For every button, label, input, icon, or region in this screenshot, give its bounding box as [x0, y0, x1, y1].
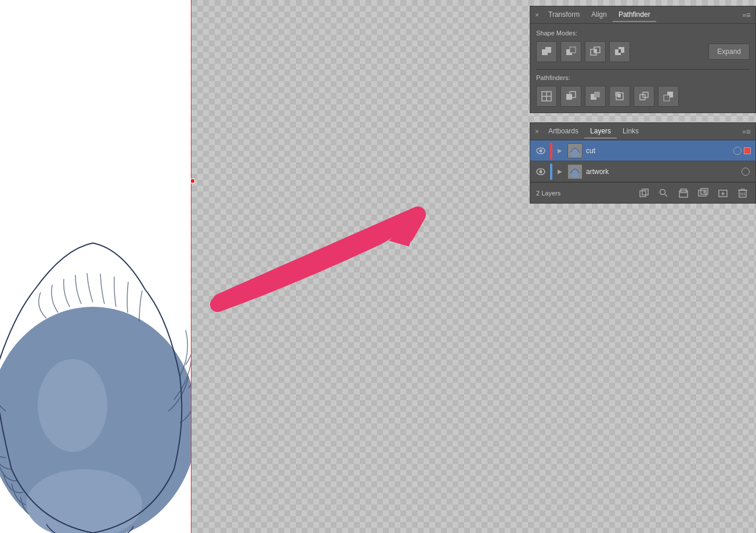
svg-rect-7 [570, 47, 576, 53]
pathfinder-close-button[interactable]: × [535, 11, 539, 19]
shape-modes-label: Shape Modes: [536, 30, 750, 37]
minus-front-button[interactable] [560, 41, 581, 62]
document-page [0, 0, 191, 533]
pathfinder-tabs: Transform Align Pathfinder [542, 8, 740, 22]
svg-rect-23 [617, 94, 621, 97]
pathfinder-panel-body: Shape Modes: [530, 24, 755, 113]
panel-spacer [524, 113, 756, 118]
layer-expand-cut[interactable]: ▶ [555, 146, 565, 156]
layers-panel: × Artboards Layers Links » ≡ ▶ [530, 122, 756, 204]
layer-row-artwork[interactable]: ▶ artwork [530, 161, 755, 182]
minus-back-button[interactable] [658, 86, 679, 107]
tab-pathfinder[interactable]: Pathfinder [613, 8, 656, 22]
divide-button[interactable] [536, 86, 557, 107]
layers-panel-body: ▶ cut [530, 140, 755, 182]
crop-button[interactable] [609, 86, 630, 107]
layer-eye-cut[interactable] [534, 144, 548, 158]
svg-rect-36 [640, 191, 646, 197]
layer-thumb-artwork [567, 164, 583, 179]
pathfinder-collapse-button[interactable]: » [742, 11, 746, 19]
layer-selected-cut [744, 147, 751, 154]
unite-button[interactable] [536, 41, 557, 62]
layers-tabs: Artboards Layers Links [542, 125, 740, 139]
svg-rect-42 [699, 190, 706, 196]
svg-rect-10 [594, 49, 596, 53]
svg-point-31 [570, 147, 580, 158]
collect-in-new-layer-button[interactable] [677, 186, 690, 200]
intersect-button[interactable] [585, 41, 606, 62]
svg-point-2 [38, 359, 107, 452]
svg-point-35 [570, 168, 580, 179]
svg-line-39 [665, 194, 668, 197]
svg-rect-13 [618, 49, 621, 53]
svg-rect-27 [664, 95, 670, 101]
layer-name-artwork: artwork [586, 168, 741, 176]
layers-panel-header: × Artboards Layers Links » ≡ [530, 123, 755, 140]
svg-rect-17 [566, 94, 572, 100]
shape-modes-row: Expand [536, 41, 750, 62]
panels-container: × Transform Align Pathfinder » ≡ Shape M… [524, 0, 756, 533]
make-clipping-mask-button[interactable] [637, 186, 651, 200]
layer-target-artwork[interactable] [741, 168, 750, 176]
pathfinders-row [536, 86, 750, 107]
layer-color-artwork [550, 164, 552, 180]
layer-thumb-cut [567, 143, 583, 158]
pathfinder-menu-button[interactable]: ≡ [746, 10, 751, 20]
layer-eye-artwork[interactable] [534, 165, 548, 179]
exclude-button[interactable] [609, 41, 630, 62]
tab-transform[interactable]: Transform [542, 8, 585, 22]
delete-layer-button[interactable] [736, 186, 750, 200]
svg-rect-5 [545, 47, 551, 53]
merge-button[interactable] [585, 86, 606, 107]
search-layers-button[interactable] [657, 186, 671, 200]
expand-button[interactable]: Expand [708, 43, 750, 60]
svg-point-29 [540, 149, 542, 152]
tab-align[interactable]: Align [585, 8, 613, 22]
divider [536, 69, 750, 70]
layer-color-cut [550, 143, 552, 159]
pathfinders-label: Pathfinders: [536, 74, 750, 81]
layers-close-button[interactable]: × [535, 128, 539, 136]
svg-point-33 [540, 170, 542, 173]
svg-point-38 [660, 189, 665, 194]
layers-menu-button[interactable]: ≡ [746, 127, 751, 136]
svg-rect-20 [594, 92, 600, 97]
trim-button[interactable] [560, 86, 581, 107]
new-layer-button[interactable] [716, 186, 730, 200]
artwork-illustration [0, 28, 191, 533]
new-sublayer-button[interactable] [696, 186, 710, 200]
layers-count: 2 Layers [536, 190, 631, 197]
tab-layers[interactable]: Layers [584, 125, 617, 139]
layers-footer: 2 Layers [530, 182, 755, 203]
layer-expand-artwork[interactable]: ▶ [555, 166, 565, 177]
tab-links[interactable]: Links [617, 125, 645, 139]
pathfinder-panel-header: × Transform Align Pathfinder » ≡ [530, 6, 755, 24]
layer-target-cut[interactable] [733, 147, 741, 155]
layer-row-cut[interactable]: ▶ cut [530, 140, 755, 161]
selection-corner [190, 179, 195, 183]
layers-collapse-button[interactable]: » [742, 128, 746, 136]
outline-button[interactable] [634, 86, 654, 107]
layer-name-cut: cut [586, 147, 733, 155]
tab-artboards[interactable]: Artboards [542, 125, 584, 139]
pathfinder-panel: × Transform Align Pathfinder » ≡ Shape M… [530, 6, 756, 113]
